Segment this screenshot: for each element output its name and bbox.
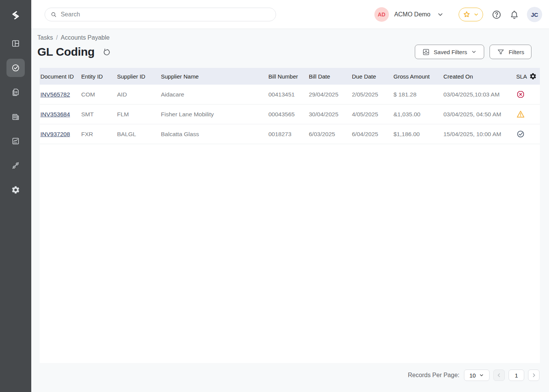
sla-cell [516,130,540,138]
chevron-left-icon [496,372,502,378]
records-per-page-label: Records Per Page: [408,372,459,379]
column-header-due-date: Due Date [352,73,393,80]
records-per-page-value: 10 [469,372,476,379]
breadcrumb: Tasks / Accounts Payable [37,34,549,41]
saved-filters-icon [422,48,430,56]
column-header-document-id: Document ID [40,73,81,80]
sla-cell [516,90,540,99]
sidebar-item-settings[interactable] [6,181,25,199]
content: Tasks / Accounts Payable GL Coding [31,29,549,392]
sidebar-item-dashboard[interactable] [6,34,25,53]
previous-page-button[interactable] [493,370,505,381]
entity-id-cell: COM [81,91,117,98]
records-per-page-select[interactable]: 10 [464,370,490,381]
column-header-created-on: Created On [443,73,516,80]
column-header-sla: SLA [516,73,527,80]
search-input[interactable] [61,11,270,18]
sidebar [0,0,31,392]
chevron-down-icon [437,11,444,18]
filter-funnel-icon [497,48,505,56]
chevron-right-icon [531,372,537,378]
gear-icon [11,185,20,194]
supplier-id-cell: FLM [117,111,161,118]
table-header-row: Document ID Entity ID Supplier ID Suppli… [40,68,540,85]
analytics-icon [11,137,20,146]
sidebar-item-analytics[interactable] [6,132,25,150]
chevron-down-icon [471,49,477,55]
bill-date-cell: 30/04/2025 [309,111,352,118]
bill-number-cell: 00043565 [268,111,309,118]
bill-number-cell: 0018273 [268,131,309,138]
help-button[interactable] [491,10,502,20]
sidebar-item-integrations[interactable] [6,156,25,175]
dashboard-icon [11,39,20,48]
gross-amount-cell: &1,035.00 [393,111,443,118]
main-area: AD ACMO Demo [31,0,549,392]
favorites-button[interactable] [459,8,483,21]
filters-button[interactable]: Filters [490,45,531,59]
table-row: INV353684 SMT FLM Fisher Lane Mobility 0… [40,104,540,124]
pagination: Records Per Page: 10 1 [37,370,539,381]
gross-amount-cell: $1,186.00 [393,131,443,138]
app-root: AD ACMO Demo [0,0,549,392]
due-date-cell: 2/05/2025 [352,91,393,98]
filters-label: Filters [509,49,524,55]
breadcrumb-accounts-payable[interactable]: Accounts Payable [61,34,109,41]
supplier-id-cell: AID [117,91,161,98]
table-settings-gear-icon[interactable] [529,72,537,80]
document-id-link[interactable]: INV565782 [40,91,70,98]
star-icon [462,10,471,19]
table-body: INV565782 COM AID Aidacare 00413451 29/0… [40,85,540,144]
due-date-cell: 6/04/2025 [352,131,393,138]
current-page-button[interactable]: 1 [509,370,524,381]
page-title: GL Coding [37,45,95,58]
due-date-cell: 4/05/2025 [352,111,393,118]
document-id-link[interactable]: INV937208 [40,131,70,137]
entity-id-cell: SMT [81,111,117,118]
refresh-button[interactable] [102,48,111,57]
breadcrumb-separator: / [56,34,58,41]
brand-logo [6,6,25,24]
gross-amount-cell: $ 181.28 [393,91,443,98]
sidebar-item-organization[interactable] [6,108,25,126]
supplier-name-cell: Balcatta Glass [161,131,268,138]
bill-date-cell: 29/04/2025 [309,91,352,98]
org-switcher[interactable]: AD ACMO Demo [374,7,444,22]
tasks-check-icon [11,63,20,72]
sla-cell [516,110,540,119]
next-page-button[interactable] [528,370,539,381]
building-icon [11,112,20,121]
document-id-link[interactable]: INV353684 [40,111,70,117]
created-on-cell: 03/04/2025,10:03 AM [443,91,516,98]
sidebar-item-tasks[interactable] [6,59,25,77]
help-icon [491,10,502,20]
plug-icon [11,161,20,170]
refresh-icon [102,48,111,57]
bill-number-cell: 00413451 [268,91,309,98]
saved-filters-label: Saved Filters [434,49,467,55]
supplier-name-cell: Aidacare [161,91,268,98]
chevron-down-icon [479,373,484,378]
notifications-button[interactable] [509,10,519,19]
topbar: AD ACMO Demo [31,0,549,29]
global-search[interactable] [45,8,276,21]
org-name: ACMO Demo [394,11,430,18]
breadcrumb-tasks[interactable]: Tasks [37,34,53,41]
table-row: INV565782 COM AID Aidacare 00413451 29/0… [40,85,540,104]
column-header-bill-number: Bill Number [268,73,309,80]
org-avatar: AD [374,7,389,22]
created-on-cell: 03/04/2025, 04:50 AM [443,111,516,118]
sla-ok-icon [516,130,525,138]
sla-warning-icon [516,110,525,119]
saved-filters-button[interactable]: Saved Filters [415,45,485,59]
entity-id-cell: FXR [81,131,117,138]
search-icon [50,11,57,18]
supplier-name-cell: Fisher Lane Mobility [161,111,268,118]
sidebar-nav [6,34,25,199]
sla-breached-icon [516,90,525,99]
sidebar-item-documents[interactable] [6,83,25,101]
column-header-bill-date: Bill Date [309,73,352,80]
user-avatar[interactable]: JC [527,7,542,22]
bill-date-cell: 6/03/2025 [309,131,352,138]
column-header-entity-id: Entity ID [81,73,117,80]
